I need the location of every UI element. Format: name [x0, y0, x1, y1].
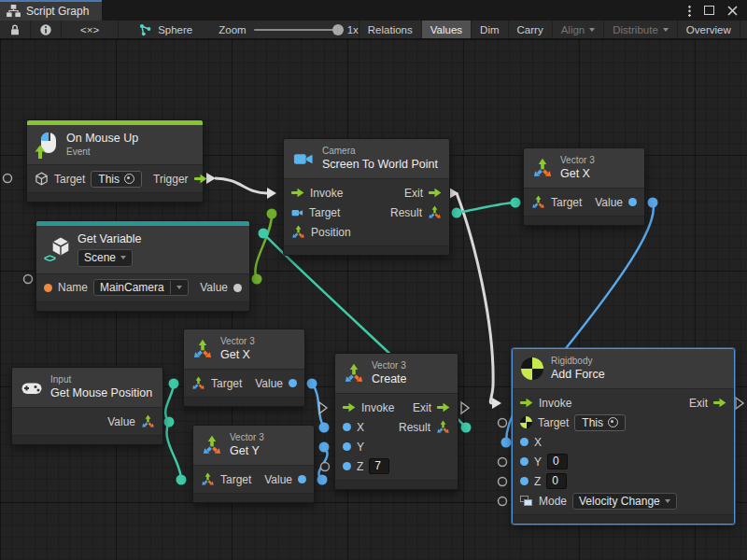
- z-port[interactable]: [520, 477, 529, 485]
- z-value-field[interactable]: 0: [546, 473, 567, 489]
- menu-kebab-icon[interactable]: [688, 5, 691, 17]
- y-value-field[interactable]: 0: [547, 454, 568, 469]
- vector3-port-icon[interactable]: [291, 225, 305, 239]
- port-create-z-empty[interactable]: [321, 463, 330, 471]
- node-category: Vector 3: [230, 432, 264, 444]
- port-addforce-target-empty[interactable]: [499, 419, 507, 427]
- zoom-slider-handle[interactable]: [332, 24, 344, 35]
- node-add-force[interactable]: Rigidbody Add Force Invoke Exit Target T…: [512, 348, 735, 525]
- tab-script-graph[interactable]: Script Graph: [0, 0, 102, 21]
- value-port[interactable]: [289, 379, 297, 387]
- node-get-x[interactable]: Vector 3 Get X Target Value: [183, 329, 305, 407]
- force-mode-icon[interactable]: [520, 496, 533, 507]
- x-port[interactable]: [343, 423, 351, 431]
- port-trigger-out[interactable]: [206, 173, 216, 184]
- values-toggle[interactable]: Values: [421, 21, 471, 38]
- trigger-flow-icon[interactable]: [194, 174, 207, 184]
- node-create-vector-3[interactable]: Vector 3 Create Invoke Exit X Result: [334, 353, 458, 490]
- overview-button[interactable]: Overview: [677, 21, 740, 38]
- code-view-button[interactable]: <×>: [62, 21, 119, 38]
- wire-trigger-to-invoke[interactable]: [215, 178, 267, 193]
- port-create-invoke-empty[interactable]: [319, 402, 327, 413]
- value-port[interactable]: [628, 198, 637, 206]
- wire-gety-to-create-y[interactable]: [318, 447, 327, 480]
- exit-flow-icon[interactable]: [437, 402, 450, 413]
- value-port[interactable]: [233, 284, 242, 292]
- exit-flow-icon[interactable]: [713, 398, 726, 408]
- node-get-y[interactable]: Vector 3 Get Y Target Value: [192, 425, 315, 503]
- gameobject-cube-icon: [35, 172, 49, 186]
- vector3-port-icon[interactable]: [428, 205, 442, 219]
- vector3-port-icon[interactable]: [141, 414, 155, 428]
- variable-scope-dropdown[interactable]: Scene: [78, 249, 133, 267]
- port-addforce-invoke-arrow[interactable]: [492, 398, 501, 409]
- node-screen-to-world-point[interactable]: Camera Screen To World Point Invoke Exit…: [283, 138, 450, 256]
- distribute-dropdown[interactable]: Distribute: [603, 21, 677, 38]
- node-get-mouse-position[interactable]: Input Get Mouse Position Value: [11, 367, 163, 445]
- exit-flow-icon[interactable]: [429, 188, 442, 198]
- close-icon[interactable]: [727, 6, 738, 16]
- wire-getx-to-create-x[interactable]: [312, 384, 324, 427]
- wire-camera-result-to-getx-target[interactable]: [457, 203, 515, 213]
- y-port[interactable]: [343, 442, 351, 451]
- dim-toggle[interactable]: Dim: [471, 21, 507, 38]
- chevron-down-icon: [665, 499, 670, 503]
- invoke-flow-icon[interactable]: [520, 398, 533, 408]
- value-port[interactable]: [298, 475, 306, 483]
- node-get-x-top[interactable]: Vector 3 Get X Target Value: [523, 147, 645, 226]
- node-category: Rigidbody: [551, 356, 605, 368]
- node-on-mouse-up[interactable]: On Mouse Up Event Target This Trigger: [26, 119, 204, 203]
- node-title: On Mouse Up: [66, 132, 138, 147]
- this-object-button[interactable]: This: [574, 414, 626, 431]
- node-get-variable[interactable]: <> Get Variable Scene Name MainCamera Va…: [35, 220, 250, 312]
- z-label: Z: [534, 475, 541, 488]
- target-label: Target: [211, 377, 242, 390]
- gamepad-icon: [21, 380, 43, 395]
- vector3-port-icon[interactable]: [191, 376, 205, 390]
- vector3-port-icon[interactable]: [201, 472, 215, 486]
- port-addforce-mode-empty[interactable]: [499, 497, 507, 506]
- full-screen-button[interactable]: Full Screen: [740, 21, 747, 38]
- zoom-slider[interactable]: [254, 29, 340, 31]
- name-port[interactable]: [44, 284, 52, 292]
- node-title: Get X: [220, 348, 255, 363]
- lock-button[interactable]: [0, 21, 31, 38]
- wire-variable-to-camera-target[interactable]: [255, 215, 272, 279]
- info-button[interactable]: [31, 21, 62, 38]
- maximize-icon[interactable]: [704, 6, 714, 15]
- z-value-field[interactable]: 7: [369, 458, 389, 474]
- graph-toolbar: <×> Sphere Zoom 1x Relations Values Dim …: [0, 21, 747, 39]
- invoke-flow-icon[interactable]: [343, 402, 356, 413]
- port-camera-invoke-arrow[interactable]: [267, 188, 276, 199]
- x-port[interactable]: [520, 438, 529, 446]
- force-mode-dropdown[interactable]: Velocity Change: [572, 493, 677, 510]
- mouse-up-icon: [35, 133, 59, 157]
- node-title: Create: [372, 372, 407, 387]
- vector3-port-icon[interactable]: [436, 420, 450, 434]
- graph-canvas[interactable]: On Mouse Up Event Target This Trigger: [0, 39, 747, 560]
- invoke-label: Invoke: [361, 401, 394, 414]
- carry-toggle[interactable]: Carry: [508, 21, 552, 38]
- port-addforce-z-empty[interactable]: [499, 478, 507, 486]
- port-addforce-exit-empty[interactable]: [736, 398, 743, 409]
- zoom-control: Zoom 1x: [218, 21, 359, 38]
- z-port[interactable]: [343, 462, 351, 470]
- value-label: Value: [595, 196, 623, 209]
- port-create-exit-empty[interactable]: [461, 402, 469, 413]
- node-category: Vector 3: [372, 360, 407, 372]
- port-addforce-y-empty[interactable]: [499, 458, 507, 467]
- wire-exit-to-addforce-invoke[interactable]: [457, 193, 493, 403]
- variable-name-dropdown[interactable]: MainCamera: [93, 279, 189, 296]
- vector3-port-icon[interactable]: [531, 195, 545, 209]
- port-camera-exit-out[interactable]: [449, 188, 458, 199]
- this-object-button[interactable]: This: [91, 171, 142, 188]
- wire-mouse-to-gety-target[interactable]: [166, 422, 181, 480]
- wire-mouse-to-getx-target[interactable]: [165, 384, 174, 422]
- rigidbody-port-icon[interactable]: [520, 416, 532, 428]
- align-dropdown[interactable]: Align: [552, 21, 604, 38]
- y-port[interactable]: [520, 457, 529, 466]
- invoke-flow-icon[interactable]: [291, 188, 304, 198]
- port-mouseup-input-empty[interactable]: [4, 175, 12, 183]
- relations-toggle[interactable]: Relations: [359, 21, 421, 38]
- port-variable-input-empty[interactable]: [24, 275, 33, 284]
